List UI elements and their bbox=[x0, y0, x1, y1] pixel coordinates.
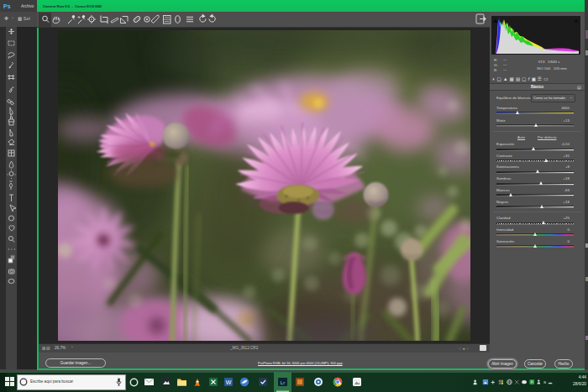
svg-text:Lr: Lr bbox=[281, 380, 285, 385]
svg-text:B: B bbox=[543, 379, 546, 384]
svg-text:W: W bbox=[226, 379, 232, 385]
